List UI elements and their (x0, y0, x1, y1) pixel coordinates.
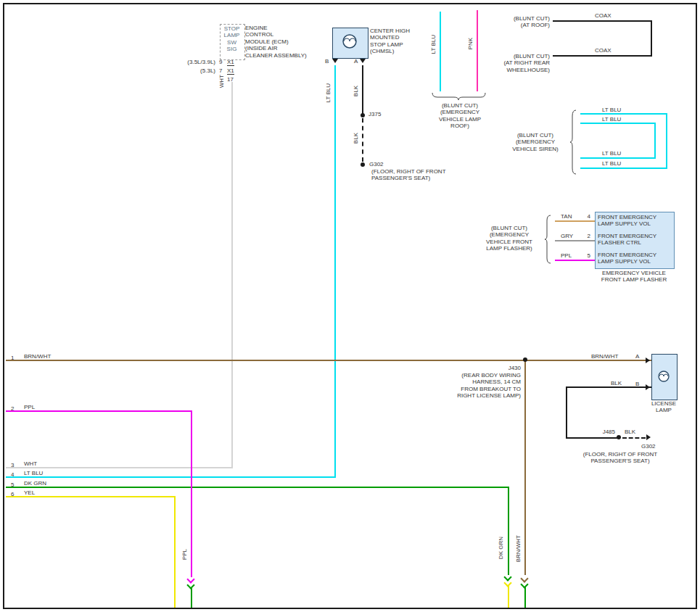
wire-lt-blu-horizontal (6, 476, 336, 478)
wire-yel-horizontal (6, 496, 176, 497)
wire-label-lt-blu: LT BLU (325, 83, 332, 102)
brace-down-icon (431, 92, 487, 101)
license-terminal-a: A (635, 353, 639, 360)
ground-arrow-icon (646, 434, 651, 440)
bulb-icon (342, 33, 358, 49)
wire-label-dk-grn-bottom: DK GRN (498, 537, 504, 559)
siren-wire-3 (580, 157, 656, 159)
wire-label-blk: BLK (625, 429, 635, 435)
junction-j375-dot (361, 113, 365, 117)
wire-label-ppl-bottom: PPL (181, 549, 188, 560)
license-lamp-label: LICENSE LAMP (650, 400, 678, 414)
wire-label-ppl: PPL (561, 252, 572, 259)
flasher-row-1: FRONT EMERGENCY LAMP SUPPLY VOL (598, 214, 670, 228)
wire-label-lt-blu: LT BLU (602, 116, 621, 123)
wire-continuation-grn (191, 588, 192, 608)
ecm-connector-id-1: X1 (227, 59, 234, 66)
ecm-pin-2: 7 (219, 67, 222, 74)
wire-lt-blu-roof (440, 12, 441, 91)
ecm-title: ENGINE CONTROL MODULE (ECM) (INSIDE AIR … (245, 25, 307, 59)
junction-j375-label: J375 (368, 111, 381, 117)
wire-label-lt-blu: LT BLU (602, 150, 621, 157)
flasher-caption: EMERGENCY VEHICLE FRONT LAMP FLASHER (593, 270, 675, 284)
flasher-pin-5: 5 (582, 252, 590, 259)
wire-wht-vertical (231, 82, 233, 468)
wire-lt-blu-chmsl (334, 65, 336, 477)
diagram-border (3, 3, 697, 609)
wire-label-gry: GRY (561, 233, 573, 239)
wire-label-pnk: PNK (467, 38, 474, 49)
ground-g302-label: G302 (369, 161, 384, 168)
terminal-arrow-icon (646, 357, 650, 363)
wire-blk-dashed (362, 118, 363, 162)
wiring-diagram: STOP LAMP SW SIG ENGINE CONTROL MODULE (… (0, 0, 700, 612)
flasher-row-2: FRONT EMERGENCY FLASHER CTRL (598, 233, 670, 247)
wire-label-lt-blu: LT BLU (430, 35, 437, 54)
coax-wire-top (553, 20, 652, 22)
wire-gry (555, 240, 595, 241)
wire-blk-upper (362, 65, 363, 115)
brace-left-icon (569, 109, 577, 175)
coax-label-top: COAX (595, 12, 612, 19)
terminal-arrow-icon (360, 59, 366, 63)
brace-left-icon (544, 214, 551, 265)
wire-label-brn-wht-right: BRN/WHT (591, 353, 618, 360)
junction-j485-label: J485 (596, 429, 615, 435)
wire-ppl-horizontal (6, 410, 192, 412)
wire-tan (555, 220, 595, 222)
wire-continuation-yel (508, 586, 509, 608)
wire-ppl-vertical (191, 410, 192, 577)
junction-j430-dot (523, 357, 527, 362)
coax-label-bottom: COAX (595, 47, 612, 54)
siren-blunt-cut-note: (BLUNT CUT) (EMERGENCY VEHICLE SIREN) (502, 132, 569, 152)
roof-blunt-cut-note: (BLUNT CUT) (EMERGENCY VEHICLE LAMP ROOF… (423, 102, 497, 130)
wire-yel-vertical (174, 496, 176, 608)
chmsl-terminal-a: A (354, 58, 358, 65)
flasher-pin-2: 2 (582, 233, 590, 239)
wire-blk-license-bottom (566, 437, 619, 439)
ecm-engine-2: (5.3L) (172, 67, 215, 74)
flasher-row-3: FRONT EMERGENCY LAMP SUPPLY VOL (598, 252, 670, 265)
wire-dk-grn-horizontal (6, 487, 509, 488)
siren-wire-right-outer (666, 113, 667, 169)
flasher-blunt-cut-note: (BLUNT CUT) (EMERGENCY VEHICLE FRONT LAM… (476, 225, 543, 252)
wire-dk-grn-vertical (508, 487, 509, 575)
terminal-arrow-icon (332, 59, 338, 63)
wire-continuation-grn (524, 587, 526, 608)
wire-ppl-flasher (555, 260, 595, 261)
wire-pnk-roof (477, 10, 478, 91)
siren-wire-right-inner (654, 123, 656, 159)
siren-wire-4 (580, 168, 667, 169)
ecm-connector-id-2: X1 (227, 67, 234, 75)
wire-label-brn-wht-bottom: BRN/WHT (515, 535, 522, 562)
junction-j430-note: (REAR BODY WIRING HARNESS, 14 CM FROM BR… (435, 372, 521, 400)
wire-blk-license (566, 386, 651, 388)
ecm-wire-color-label: WHT (218, 75, 225, 88)
wire-label-blk: BLK (353, 133, 359, 144)
bulb-icon (657, 370, 670, 383)
wire-brn-wht-vertical (524, 360, 526, 575)
chmsl-title: CENTER HIGH MOUNTED STOP LAMP (CHMSL) (370, 28, 410, 55)
coax-wire-right (651, 20, 652, 57)
coax-note-roof: (BLUNT CUT) (AT ROOF) (479, 15, 550, 29)
siren-wire-1 (580, 113, 667, 115)
junction-j430-label: J430 (435, 365, 521, 371)
ground-g302-note: (FLOOR, RIGHT OF FRONT PASSENGER'S SEAT) (371, 168, 446, 182)
ground-g302-note: (FLOOR, RIGHT OF FRONT PASSENGER'S SEAT) (577, 451, 664, 465)
ecm-pin-1: 9 (219, 59, 222, 65)
coax-wire-bottom (553, 55, 652, 57)
wire-brn-wht-horizontal (6, 360, 651, 361)
wire-label-blk: BLK (353, 86, 359, 96)
wire-label-lt-blu: LT BLU (602, 160, 621, 167)
wire-label-lt-blu: LT BLU (602, 107, 621, 113)
coax-note-wheelhouse: (BLUNT CUT) (AT RIGHT REAR WHEELHOUSE) (479, 53, 550, 73)
wire-wht-horizontal (6, 467, 233, 468)
ground-g302-label: G302 (641, 443, 656, 450)
junction-j485-dot (617, 435, 621, 439)
flasher-pin-4: 4 (582, 213, 590, 220)
wire-blk-dashed-ground (622, 437, 646, 439)
ecm-connector-label: STOP LAMP SW SIG (220, 25, 244, 53)
wire-blk-license-vertical (566, 386, 567, 439)
ground-g302-dot (361, 162, 365, 167)
ecm-engine-1: (3.5L/3.9L) (172, 59, 215, 65)
